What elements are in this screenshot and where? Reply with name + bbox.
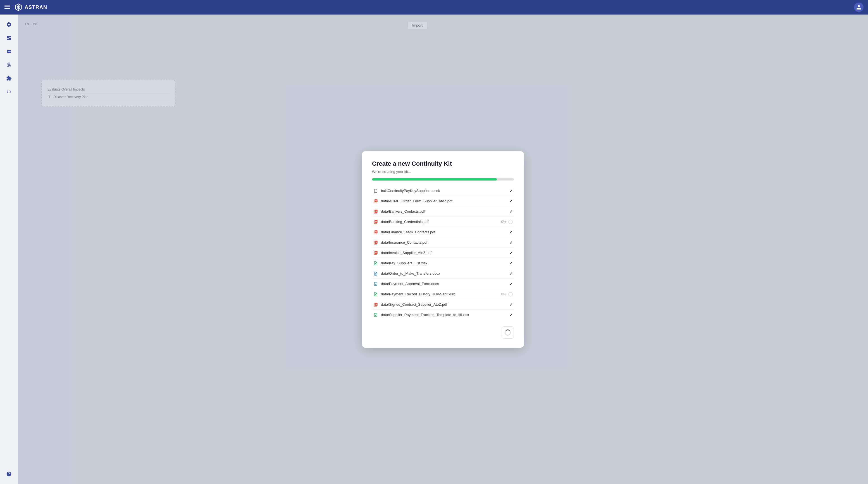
file-type-icon-1 bbox=[373, 199, 378, 204]
file-item-0: buisContinuityPayKeySuppliers.asck✓ bbox=[372, 186, 434, 196]
file-item-4: data/Finance_Team_Contacts.pdf✓ bbox=[372, 228, 434, 237]
progress-bar-container bbox=[372, 178, 434, 181]
file-type-icon-0 bbox=[373, 188, 378, 193]
navbar: ASTRAN bbox=[0, 0, 434, 14]
file-type-icon-2 bbox=[373, 209, 378, 214]
file-item-1: data/ACME_Order_Form_Supplier_AtoZ.pdf✓ bbox=[372, 196, 434, 206]
sidebar-item-plugin[interactable] bbox=[3, 73, 14, 84]
svg-line-9 bbox=[17, 6, 18, 7]
file-item-3: data/Banking_Credentials.pdf0% bbox=[372, 217, 434, 227]
modal-title: Create a new Continuity Kit bbox=[372, 160, 434, 168]
file-type-icon-3 bbox=[373, 219, 378, 224]
file-name-4: data/Finance_Team_Contacts.pdf bbox=[381, 230, 434, 234]
sidebar-item-layout[interactable] bbox=[3, 46, 14, 57]
file-item-2: data/Bankers_Contacts.pdf✓ bbox=[372, 207, 434, 217]
logo: ASTRAN bbox=[14, 3, 47, 11]
menu-icon[interactable] bbox=[4, 4, 10, 11]
progress-bar-fill bbox=[372, 178, 434, 181]
svg-rect-1 bbox=[4, 6, 10, 7]
sidebar-item-fingerprint[interactable] bbox=[3, 59, 14, 70]
modal-subtitle: We're creating your kit... bbox=[372, 170, 434, 174]
svg-rect-0 bbox=[4, 5, 10, 5]
file-name-3: data/Banking_Credentials.pdf bbox=[381, 220, 434, 224]
sidebar-item-code[interactable] bbox=[3, 86, 14, 97]
sidebar-item-settings[interactable] bbox=[3, 19, 14, 30]
svg-line-10 bbox=[19, 8, 20, 9]
file-name-2: data/Bankers_Contacts.pdf bbox=[381, 209, 434, 213]
file-type-icon-4 bbox=[373, 230, 378, 235]
svg-line-7 bbox=[19, 6, 20, 7]
sidebar-item-dashboard[interactable] bbox=[3, 32, 14, 43]
svg-line-8 bbox=[17, 8, 18, 9]
svg-rect-2 bbox=[4, 8, 10, 9]
create-continuity-kit-modal: Create a new Continuity Kit We're creati… bbox=[362, 151, 434, 242]
logo-icon bbox=[14, 3, 22, 11]
file-item-5: data/Insurance_Contacts.pdf✓ bbox=[372, 238, 434, 242]
modal-overlay: Create a new Continuity Kit We're creati… bbox=[18, 14, 434, 242]
sidebar bbox=[0, 14, 18, 242]
file-type-icon-5 bbox=[373, 240, 378, 242]
logo-text: ASTRAN bbox=[25, 4, 47, 10]
file-list: buisContinuityPayKeySuppliers.asck✓data/… bbox=[372, 186, 434, 242]
file-name-1: data/ACME_Order_Form_Supplier_AtoZ.pdf bbox=[381, 199, 434, 203]
file-name-5: data/Insurance_Contacts.pdf bbox=[381, 240, 434, 242]
file-name-0: buisContinuityPayKeySuppliers.asck bbox=[381, 189, 434, 193]
